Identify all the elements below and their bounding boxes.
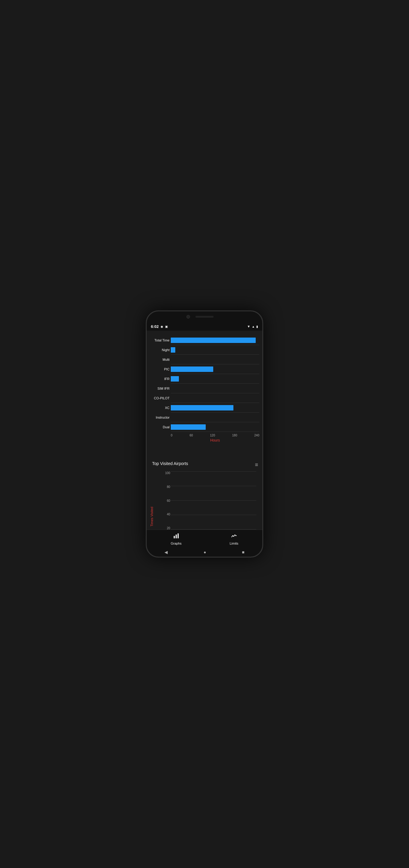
airports-title: Top Visited Airports bbox=[151, 461, 188, 466]
bar-row-sim-ifr: SIM IFR bbox=[171, 384, 259, 393]
bar-fill bbox=[171, 424, 206, 430]
limits-icon bbox=[231, 532, 237, 541]
menu-icon[interactable]: ≡ bbox=[255, 462, 258, 468]
android-nav: ◀ ● ■ bbox=[147, 548, 262, 557]
bar-track bbox=[171, 386, 259, 391]
bar-label: IFR bbox=[150, 377, 170, 381]
bar-row-ifr: IFR bbox=[171, 374, 259, 384]
x-label-0: 0 bbox=[171, 434, 173, 437]
x-label-240: 240 bbox=[254, 434, 259, 437]
scroll-content[interactable]: Total Time Night Multi PIC IFR SIM IFR C… bbox=[147, 331, 262, 530]
bar-track bbox=[171, 376, 259, 381]
volume-button bbox=[262, 360, 263, 372]
bars-group bbox=[171, 471, 256, 530]
bar-row-night: Night bbox=[171, 345, 259, 355]
bar-track bbox=[171, 405, 259, 410]
x-axis-title: Hours bbox=[171, 438, 259, 442]
bar-rows: Total Time Night Multi PIC IFR SIM IFR C… bbox=[171, 336, 259, 432]
nav-graphs-label: Graphs bbox=[171, 541, 182, 545]
bar-label: Total Time bbox=[150, 338, 170, 342]
status-time: 6:02 bbox=[151, 324, 159, 329]
back-button[interactable]: ◀ bbox=[165, 550, 168, 555]
y-label-40: 40 bbox=[162, 513, 170, 516]
battery-icon: ▮ bbox=[256, 325, 258, 328]
x-label-120: 120 bbox=[210, 434, 215, 437]
notification-icon: ◉ bbox=[161, 325, 163, 328]
bar-fill bbox=[171, 376, 179, 381]
bar-label: SIM IFR bbox=[150, 387, 170, 390]
bar-label: PIC bbox=[150, 367, 170, 371]
x-label-180: 180 bbox=[232, 434, 237, 437]
bar-row-xc: XC bbox=[171, 403, 259, 412]
bar-row-instructor: Instructor bbox=[171, 412, 259, 422]
y-label-100: 100 bbox=[162, 471, 170, 475]
bar-row-dual: Dual bbox=[171, 422, 259, 432]
bar-label: Instructor bbox=[150, 415, 170, 419]
home-button[interactable]: ● bbox=[204, 550, 206, 555]
bar-chart-container: Total Time Night Multi PIC IFR SIM IFR C… bbox=[150, 334, 259, 452]
bar-label: XC bbox=[150, 406, 170, 410]
y-axis-title: Times Visited bbox=[150, 507, 154, 526]
bar-label: Night bbox=[150, 348, 170, 352]
speaker bbox=[196, 316, 213, 318]
bar-fill bbox=[171, 367, 213, 372]
airports-header: Top Visited Airports ≡ bbox=[150, 461, 259, 468]
bar-track bbox=[171, 396, 259, 401]
y-label-20: 20 bbox=[162, 527, 170, 530]
bar-fill bbox=[171, 347, 175, 352]
svg-rect-2 bbox=[177, 533, 179, 538]
bar-track bbox=[171, 424, 259, 430]
bar-label: CO-PILOT bbox=[150, 396, 170, 400]
vert-chart-inner: 100806040200 bbox=[162, 471, 256, 530]
bar-row-pic: PIC bbox=[171, 364, 259, 374]
camera bbox=[186, 315, 190, 318]
bar-row-total-time: Total Time bbox=[171, 336, 259, 345]
graphs-icon bbox=[173, 532, 179, 541]
signal-icon: ▲ bbox=[252, 325, 255, 328]
y-label-60: 60 bbox=[162, 499, 170, 502]
phone-frame: 6:02 ◉ ▣ ▼ ▲ ▮ Total Time Night bbox=[146, 310, 263, 558]
x-label-60: 60 bbox=[190, 434, 193, 437]
phone-top-bar bbox=[147, 311, 262, 322]
vert-chart-wrapper: Times Visited 100806040200 KSEELELLKTRMK… bbox=[150, 471, 259, 530]
nav-limits-label: Limits bbox=[230, 541, 238, 545]
bar-row-co-pilot: CO-PILOT bbox=[171, 393, 259, 403]
y-label-80: 80 bbox=[162, 485, 170, 489]
bottom-nav: Graphs Limits bbox=[147, 530, 262, 548]
airports-chart-section: Top Visited Airports ≡ Times Visited 100… bbox=[147, 458, 262, 530]
bar-fill bbox=[171, 338, 256, 343]
status-bar: 6:02 ◉ ▣ ▼ ▲ ▮ bbox=[147, 322, 262, 331]
bar-track bbox=[171, 415, 259, 420]
bar-fill bbox=[171, 405, 233, 410]
recents-button[interactable]: ■ bbox=[242, 550, 244, 555]
bar-row-multi: Multi bbox=[171, 355, 259, 364]
sim-icon: ▣ bbox=[165, 325, 168, 328]
svg-rect-1 bbox=[176, 534, 177, 538]
svg-rect-0 bbox=[174, 536, 175, 538]
x-axis: 0 60 120 180 240 bbox=[171, 434, 259, 437]
bar-track bbox=[171, 357, 259, 362]
bar-track bbox=[171, 347, 259, 352]
bar-label: Multi bbox=[150, 358, 170, 361]
bar-label: Dual bbox=[150, 425, 170, 429]
nav-limits[interactable]: Limits bbox=[224, 531, 244, 547]
hours-chart-section: Total Time Night Multi PIC IFR SIM IFR C… bbox=[147, 331, 262, 456]
nav-graphs[interactable]: Graphs bbox=[165, 531, 188, 547]
y-axis-labels: 100806040200 bbox=[162, 471, 170, 530]
wifi-icon: ▼ bbox=[247, 324, 250, 328]
bar-track bbox=[171, 367, 259, 372]
bar-track bbox=[171, 338, 259, 343]
